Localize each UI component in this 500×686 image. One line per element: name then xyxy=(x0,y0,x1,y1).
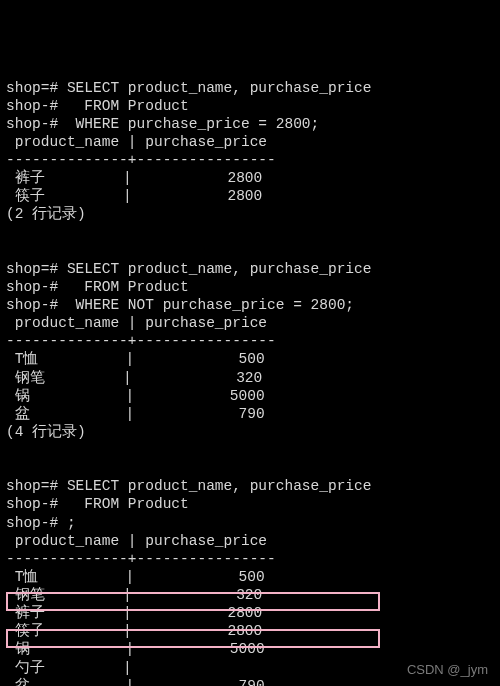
table-row: 锅 | 5000 xyxy=(6,388,265,404)
table-row: 钢笔 | 320 xyxy=(6,587,262,603)
table-row: T恤 | 500 xyxy=(6,351,265,367)
table-row: 裤子 | 2800 xyxy=(6,605,262,621)
sql-line: shop=# SELECT product_name, purchase_pri… xyxy=(6,261,371,277)
row-count: (4 行记录) xyxy=(6,424,86,440)
sql-line: shop-# ; xyxy=(6,515,76,531)
table-row: 钢笔 | 320 xyxy=(6,370,262,386)
table-row: 锅 | 5000 xyxy=(6,641,265,657)
sql-line: shop=# SELECT product_name, purchase_pri… xyxy=(6,478,371,494)
table-row: 盆 | 790 xyxy=(6,678,265,686)
table-header: product_name | purchase_price xyxy=(6,533,267,549)
table-row: T恤 | 500 xyxy=(6,569,265,585)
watermark: CSDN @_jym xyxy=(407,662,488,678)
row-count: (2 行记录) xyxy=(6,206,86,222)
table-sep: --------------+---------------- xyxy=(6,152,276,168)
table-sep: --------------+---------------- xyxy=(6,551,276,567)
table-row: 筷子 | 2800 xyxy=(6,188,262,204)
sql-line: shop-# FROM Product xyxy=(6,279,189,295)
table-header: product_name | purchase_price xyxy=(6,134,267,150)
sql-line: shop-# FROM Product xyxy=(6,98,189,114)
sql-line: shop-# WHERE purchase_price = 2800; xyxy=(6,116,319,132)
sql-line: shop-# FROM Product xyxy=(6,496,189,512)
table-row: 勺子 | xyxy=(6,660,132,676)
sql-line: shop-# WHERE NOT purchase_price = 2800; xyxy=(6,297,354,313)
table-row: 盆 | 790 xyxy=(6,406,265,422)
sql-line: shop=# SELECT product_name, purchase_pri… xyxy=(6,80,371,96)
table-row: 裤子 | 2800 xyxy=(6,170,262,186)
table-row: 筷子 | 2800 xyxy=(6,623,262,639)
table-header: product_name | purchase_price xyxy=(6,315,267,331)
table-sep: --------------+---------------- xyxy=(6,333,276,349)
